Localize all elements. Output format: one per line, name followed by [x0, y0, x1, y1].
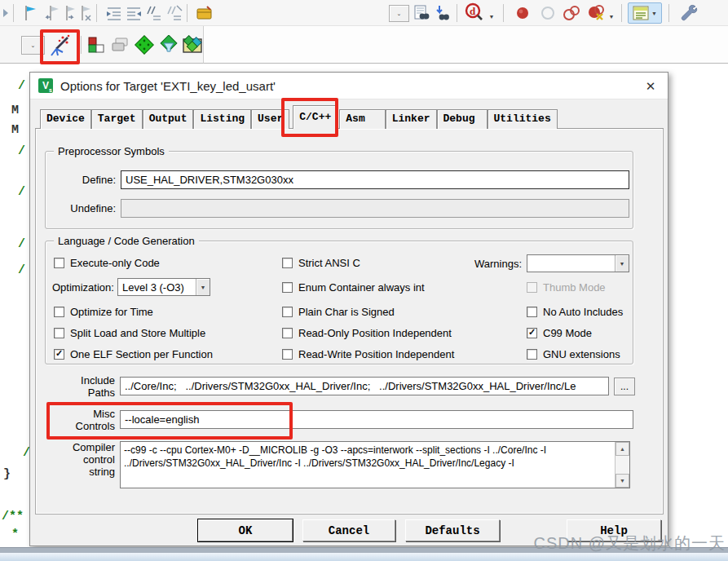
- toolbar-dropdown[interactable]: ⌄: [389, 5, 409, 22]
- find-with-magnifier-icon[interactable]: d: [463, 2, 484, 23]
- compiler-control-string-label: Compiler: [55, 441, 115, 453]
- compiler-control-string-label: control: [55, 453, 115, 466]
- checkbox-split-load-store-multiple[interactable]: Split Load and Store Multiple: [54, 327, 205, 339]
- tab-asm[interactable]: Asm: [339, 109, 385, 129]
- close-icon[interactable]: ✕: [633, 73, 668, 99]
- checkbox-box[interactable]: [54, 328, 64, 338]
- breakpoint-disable-all-icon[interactable]: [561, 2, 582, 24]
- checkbox-box[interactable]: [527, 349, 537, 360]
- screen: ⌄ d ▼ ▼ ▼: [0, 0, 728, 561]
- window-panes-icon[interactable]: [109, 34, 130, 55]
- breakpoint-kill-all-icon[interactable]: [585, 2, 607, 24]
- csdn-watermark: CSDN @又是划水的一天: [533, 532, 726, 554]
- indent-left-icon[interactable]: [104, 2, 125, 24]
- checkbox-label: Read-Only Position Independent: [298, 327, 452, 339]
- toolbar-separator: [13, 4, 14, 22]
- runtime-environment-icon[interactable]: [134, 34, 155, 55]
- chevron-down-icon[interactable]: ▼: [487, 6, 496, 27]
- toolbar-separator: [621, 4, 622, 22]
- pack-installer-icon[interactable]: [158, 34, 179, 55]
- configuration-wrench-icon[interactable]: [678, 2, 699, 24]
- chevron-down-icon[interactable]: ▼: [196, 279, 210, 295]
- checkbox-box[interactable]: [54, 307, 64, 317]
- uncomment-selection-icon[interactable]: [164, 2, 185, 24]
- indent-right-icon[interactable]: [123, 2, 144, 24]
- checkbox-box[interactable]: [282, 307, 293, 317]
- checkbox-label: Read-Write Position Independent: [298, 348, 454, 360]
- toolbar-separator: [457, 4, 457, 22]
- tab-device[interactable]: Device: [40, 109, 91, 129]
- optimization-select[interactable]: Level 3 (-O3) ▼: [117, 278, 210, 296]
- chevron-down-icon[interactable]: ▼: [615, 255, 629, 272]
- dialog-titlebar[interactable]: Vs Options for Target 'EXTI_key_led_usar…: [30, 73, 668, 99]
- checkbox-box[interactable]: [527, 282, 537, 293]
- code-fragment: /: [18, 237, 25, 251]
- breakpoint-enable-disable-icon[interactable]: [537, 2, 558, 24]
- bookmark-flag-icon[interactable]: [20, 2, 41, 24]
- checkbox-optimize-for-time[interactable]: Optimize for Time: [54, 306, 153, 318]
- warnings-select[interactable]: ▼: [527, 254, 629, 272]
- code-fragment: M: [11, 123, 19, 137]
- checkbox-enum-container-always-int[interactable]: Enum Container always int: [282, 281, 425, 294]
- find-in-files-icon[interactable]: [411, 2, 432, 24]
- toolbar-separator: [503, 4, 504, 22]
- checkbox-box[interactable]: [54, 258, 64, 268]
- code-fragment: /: [18, 263, 25, 277]
- checkbox-execute-only-code[interactable]: Execute-only Code: [54, 257, 160, 269]
- tab-target[interactable]: Target: [91, 109, 143, 129]
- checkbox-label: GNU extensions: [543, 348, 620, 360]
- checkbox-thumb-mode[interactable]: Thumb Mode: [527, 281, 606, 294]
- code-fragment: /: [18, 185, 25, 199]
- checkbox-gnu-extensions[interactable]: GNU extensions: [527, 348, 620, 360]
- checkbox-c99-mode[interactable]: C99 Mode: [527, 327, 592, 339]
- chevron-down-icon[interactable]: ▼: [607, 6, 616, 27]
- manage-components-icon[interactable]: [86, 34, 107, 55]
- include-paths-browse-button[interactable]: ...: [614, 378, 635, 395]
- template-box-icon[interactable]: [194, 2, 215, 24]
- defaults-button[interactable]: Defaults: [405, 519, 500, 541]
- breakpoint-toggle-icon[interactable]: [512, 2, 533, 24]
- checkbox-label: Optimize for Time: [70, 306, 153, 318]
- tab-output[interactable]: Output: [143, 109, 194, 129]
- undefine-input[interactable]: [121, 199, 629, 218]
- compiler-control-string-value: --c99 -c --cpu Cortex-M0+ -D__MICROLIB -…: [121, 442, 615, 488]
- checkbox-box[interactable]: [282, 258, 293, 268]
- checkbox-plain-char-is-signed[interactable]: Plain Char is Signed: [282, 306, 395, 318]
- annotation-misc-controls-redbox: [46, 402, 293, 440]
- compiler-control-string-box[interactable]: --c99 -c --cpu Cortex-M0+ -D__MICROLIB -…: [120, 441, 630, 488]
- build-toolbar: ⌄: [0, 26, 204, 64]
- checkbox-box[interactable]: [527, 328, 537, 338]
- tab-linker[interactable]: Linker: [386, 109, 437, 129]
- incremental-find-icon[interactable]: [431, 2, 452, 24]
- code-fragment: M: [11, 104, 19, 117]
- define-input[interactable]: [121, 170, 629, 189]
- checkbox-box[interactable]: [282, 282, 293, 293]
- compiler-string-scrollbar[interactable]: ▲ ▼: [615, 442, 629, 488]
- checkbox-strict-ansi-c[interactable]: Strict ANSI C: [282, 257, 360, 269]
- tab-utilities[interactable]: Utilities: [488, 109, 558, 129]
- uvision-app-icon: Vs: [38, 78, 53, 93]
- code-fragment: /**: [2, 510, 24, 523]
- scroll-down-icon[interactable]: ▼: [615, 474, 629, 488]
- tab-listing[interactable]: Listing: [193, 109, 251, 129]
- checkbox-read-write-position-independent[interactable]: Read-Write Position Independent: [282, 348, 454, 360]
- checkbox-box[interactable]: [282, 328, 293, 338]
- checkbox-box[interactable]: [282, 349, 293, 360]
- ok-button[interactable]: OK: [198, 519, 293, 541]
- checkbox-box[interactable]: [54, 349, 64, 360]
- comment-selection-icon[interactable]: [143, 2, 165, 24]
- books-box-icon[interactable]: [182, 34, 203, 55]
- include-paths-label: Paths: [63, 387, 115, 399]
- checkbox-one-elf-section-per-function[interactable]: One ELF Section per Function: [54, 348, 213, 360]
- scroll-up-icon[interactable]: ▲: [615, 442, 629, 456]
- checkbox-no-auto-includes[interactable]: No Auto Includes: [527, 306, 623, 318]
- include-paths-input[interactable]: [120, 377, 609, 395]
- bookmark-clear-all-icon[interactable]: [75, 2, 96, 24]
- checkbox-box[interactable]: [527, 307, 537, 317]
- checkbox-read-only-position-independent[interactable]: Read-Only Position Independent: [282, 327, 452, 339]
- tab-debug[interactable]: Debug: [437, 109, 488, 129]
- checkbox-label: Execute-only Code: [70, 257, 160, 269]
- window-list-button[interactable]: ▼: [628, 2, 662, 24]
- cancel-button[interactable]: Cancel: [302, 519, 395, 541]
- checkbox-label: Strict ANSI C: [298, 257, 360, 269]
